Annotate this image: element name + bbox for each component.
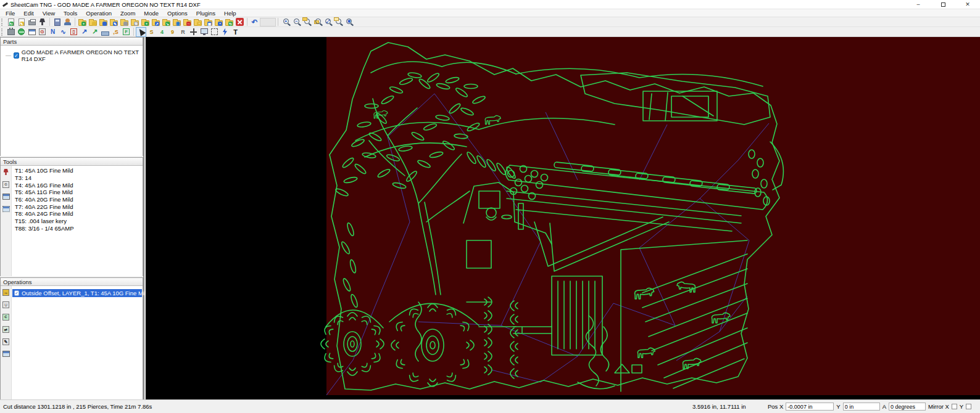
part-edit-icon[interactable]: ▯ [69, 27, 79, 37]
snap-9-icon[interactable]: 9 [167, 27, 178, 37]
menu-help[interactable]: Help [220, 9, 241, 17]
move-origin-icon[interactable] [188, 27, 199, 37]
tool-row[interactable]: T7: 40A 22G Fine Mild [12, 203, 142, 210]
folder-in-icon[interactable]: ↘ [161, 17, 172, 27]
measure-icon[interactable] [220, 27, 230, 37]
operation-checkbox[interactable]: ✓ [14, 290, 19, 296]
tool-gcode-icon[interactable]: G [1, 180, 10, 189]
save-job-icon[interactable] [98, 17, 109, 27]
zoom-extents-icon[interactable]: ⤢ [322, 17, 333, 27]
print-icon[interactable] [27, 17, 37, 27]
menu-file[interactable]: File [1, 9, 19, 17]
zoom-out-icon[interactable]: − [291, 17, 301, 27]
menu-edit[interactable]: Edit [19, 9, 38, 17]
path-nodes-icon[interactable]: N [48, 27, 58, 37]
folder-move-icon[interactable]: → [182, 17, 193, 27]
part-label[interactable]: GOD MADE A FARMER OREGON NO TEXT R14 DXF [22, 49, 143, 62]
menu-options[interactable]: Options [163, 9, 192, 17]
mirror-x-checkbox[interactable] [952, 404, 957, 409]
undo-icon[interactable]: ↶ [249, 17, 260, 27]
menu-tools[interactable]: Tools [59, 9, 81, 17]
part-checkbox[interactable]: ✓ [14, 52, 19, 59]
cam-view [146, 37, 980, 399]
drawing-canvas[interactable] [146, 37, 980, 399]
edit-drawing-icon[interactable]: ✎ [16, 17, 27, 27]
mirror-y-checkbox[interactable] [966, 404, 971, 409]
curve-nodes-icon[interactable]: ∿ [58, 27, 69, 37]
menu-mode[interactable]: Mode [139, 9, 163, 17]
tool-row[interactable]: T88: 3/16 - 1/4 65AMP [12, 225, 142, 232]
op-edit-icon[interactable]: ✎ [1, 337, 10, 346]
zoom-part-icon[interactable] [312, 17, 322, 27]
left-panel-column: Parts — ✓ GOD MADE A FARMER OREGON NO TE… [0, 37, 144, 399]
folder-user-icon[interactable]: 👤 [172, 17, 182, 27]
selection-box-icon[interactable] [209, 27, 220, 37]
tool-torch-icon[interactable] [1, 168, 10, 176]
snap-4-icon[interactable]: 4 [157, 27, 167, 37]
operator-post-icon[interactable] [62, 17, 73, 27]
save-job-as-icon[interactable]: ✎ [109, 17, 119, 27]
restore-button[interactable] [931, 0, 955, 9]
snap-s-icon[interactable]: S [146, 27, 157, 37]
tree-expander[interactable]: — [6, 52, 11, 59]
op-contour-icon[interactable]: C [1, 313, 10, 321]
zoom-options-icon[interactable]: ✱ [343, 17, 354, 27]
mirror-y-label: Y [960, 403, 963, 410]
material-plate[interactable] [326, 37, 980, 395]
rotate-part-icon[interactable]: ↗ [89, 27, 100, 37]
tool-row[interactable]: T4: 45A 16G Fine Mild [12, 181, 142, 189]
op-clamp-icon[interactable]: ∪ [1, 300, 10, 309]
menu-zoom[interactable]: Zoom [116, 9, 139, 17]
gcode-icon[interactable]: G [37, 27, 48, 37]
machine-icon[interactable] [6, 27, 16, 37]
material-icon[interactable] [16, 27, 27, 37]
tool-row[interactable]: T6: 40A 20G Fine Mild [12, 196, 142, 203]
folder-refresh-icon[interactable]: ↻ [224, 17, 235, 27]
menu-operation[interactable]: Operation [81, 9, 116, 17]
rapids-icon[interactable]: F [121, 27, 131, 37]
folder-disk-icon[interactable]: ▪ [214, 17, 224, 27]
zoom-window-icon[interactable] [301, 17, 312, 27]
snap-r-icon[interactable]: R [178, 27, 188, 37]
zoom-selection-icon[interactable] [333, 17, 343, 27]
folder-add-icon[interactable]: + [140, 17, 151, 27]
folder-doc-icon[interactable] [119, 17, 130, 27]
tool-row[interactable]: T15: .004 laser kery [12, 218, 142, 225]
menu-view[interactable]: View [38, 9, 59, 17]
posx-input[interactable] [786, 403, 834, 411]
part-tree-item[interactable]: — ✓ GOD MADE A FARMER OREGON NO TEXT R14… [1, 46, 143, 62]
posy-input[interactable] [843, 403, 880, 411]
tool-table-2-icon[interactable] [1, 205, 10, 213]
op-insert-icon[interactable]: → [1, 288, 10, 296]
tool-row[interactable]: T1: 45A 10G Fine Mild [12, 167, 142, 174]
tool-table-icon[interactable] [1, 192, 10, 201]
reload-drawing-icon[interactable]: ↻ [6, 17, 16, 27]
menu-plugins[interactable]: Plugins [192, 9, 220, 17]
open-job-icon[interactable] [88, 17, 98, 27]
window-icon[interactable] [27, 27, 37, 37]
torch-setup-icon[interactable] [37, 17, 48, 27]
start-points-icon[interactable]: ,S [110, 27, 121, 37]
screen-icon[interactable] [199, 27, 209, 37]
folder-pc-icon[interactable]: ▣ [203, 17, 214, 27]
op-transform-icon[interactable]: ⇄ [1, 325, 10, 333]
calculator-icon[interactable] [52, 17, 62, 27]
zoom-in-icon[interactable]: + [280, 17, 291, 27]
select-cursor-icon[interactable] [136, 27, 146, 37]
plate-icon[interactable] [100, 27, 110, 37]
folder-clock-icon[interactable]: ◔ [193, 17, 203, 27]
minimize-button[interactable]: – [906, 0, 931, 9]
folder-copy-icon[interactable]: ⧉ [130, 17, 140, 27]
import-part-icon[interactable]: + [77, 17, 88, 27]
tool-row[interactable]: T8: 40A 24G Fine Mild [12, 210, 142, 218]
op-table-icon[interactable] [1, 350, 10, 358]
operation-row-selected[interactable]: ✓ Outside Offset, LAYER_1, T1: 45A 10G F… [12, 289, 142, 297]
angle-input[interactable] [889, 403, 926, 411]
folder-out-icon[interactable]: ↗ [151, 17, 161, 27]
text-tool-icon[interactable]: T [230, 27, 241, 37]
tool-row[interactable]: T3: 14 [12, 174, 142, 182]
close-job-icon[interactable] [235, 17, 245, 27]
move-part-icon[interactable]: ↗ [79, 27, 89, 37]
tool-row[interactable]: T5: 45A 11G Fine Mild [12, 189, 142, 196]
close-button[interactable]: ✕ [955, 0, 980, 9]
